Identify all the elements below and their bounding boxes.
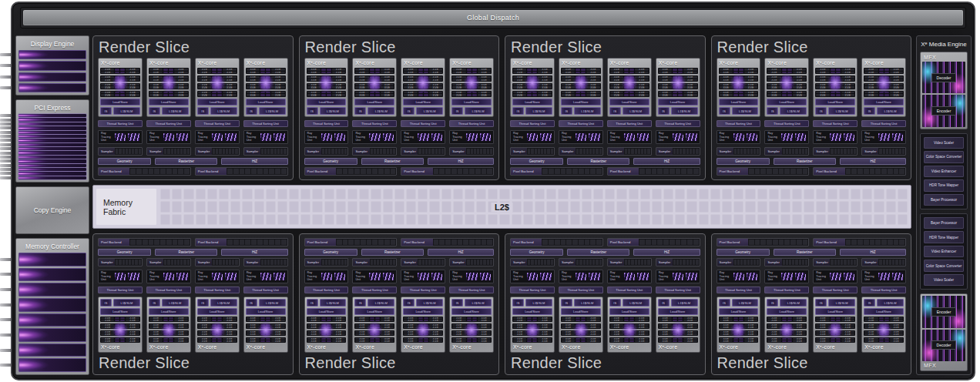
- xve-pair: XVEXVEXVEXVE: [197, 330, 237, 336]
- alu-cell: [576, 333, 580, 335]
- sampler-label: Sampler: [717, 259, 733, 266]
- xve-cell: XVE: [404, 84, 417, 86]
- xve-cell: XVE: [683, 76, 696, 79]
- xve-row: XVEXVE: [198, 69, 237, 71]
- l2-cache-cell: [582, 214, 592, 225]
- alu-cell: [472, 324, 477, 326]
- xve-cell: XVE: [247, 338, 260, 340]
- rt-pattern: [321, 133, 332, 141]
- ray-tracing-unit: RayTracingUnit: [304, 270, 349, 283]
- io-stub: [0, 273, 12, 276]
- xve-row: XVEXVE: [513, 79, 552, 82]
- xve-cell: XVE: [513, 317, 526, 319]
- xve-cell: XVE: [744, 324, 757, 326]
- cache-cell: [180, 149, 183, 154]
- xve-pair: XVEXVEXVEXVE: [512, 323, 552, 329]
- alu-cell: [884, 333, 889, 335]
- xve-row: XVEXVE: [816, 317, 854, 319]
- alu-cell: [424, 324, 428, 326]
- xve-row: XVEXVE: [864, 340, 903, 342]
- xve-row: XVEXVE: [767, 320, 806, 321]
- cache-cell: [280, 260, 283, 265]
- xve-pair: XVEXVEXVEXVE: [609, 330, 649, 336]
- xve-pair: XVEXVEXVEXVE: [197, 75, 237, 82]
- sampler-row: SamplerSamplerSamplerSampler: [98, 258, 288, 266]
- pixel-backend-row: Pixel BackendPixel Backend: [510, 238, 700, 246]
- cache-cell: [187, 260, 190, 265]
- xve-cell: XVE: [247, 94, 260, 96]
- alu-cell: [370, 317, 374, 319]
- sampler-label: Sampler: [656, 148, 673, 155]
- cache-cell: [164, 260, 166, 265]
- ray-tracing-unit-label: RayTracingUnit: [101, 271, 112, 282]
- xve-cell: XVE: [381, 324, 394, 326]
- xe-core: ISL1$/SLMLoad/StoreXVEXVEXVEXVEXVEXVEXVE…: [401, 297, 445, 353]
- sampler-unit: Sampler: [510, 258, 555, 266]
- alu-cell: [739, 333, 743, 335]
- render-slice-title: Render Slice: [511, 354, 700, 372]
- cache-cell: [469, 240, 475, 245]
- cache-cell: [693, 260, 695, 265]
- cache-cell: [883, 149, 885, 154]
- cache-cell: [378, 240, 384, 245]
- xve-row: XVEXVE: [247, 84, 285, 86]
- alu-cell: [831, 92, 835, 94]
- xve-cell: XVE: [562, 317, 575, 319]
- xve-array: XVEXVEXVEXVEXVEXVEXVEXVEXVEXVEXVEXVEXVEX…: [403, 68, 443, 97]
- cache-cell: [749, 169, 754, 174]
- xve-row: XVEXVE: [355, 340, 394, 342]
- xve-cell: XVE: [586, 317, 599, 319]
- sampler-label: Sampler: [814, 148, 830, 155]
- alu-cell: [266, 317, 270, 319]
- sampler-unit: Sampler: [146, 147, 191, 156]
- alu-cell: [733, 333, 738, 335]
- xve-cell: XVE: [223, 331, 236, 333]
- xve-cell: XVE: [198, 340, 211, 342]
- xve-cell: XVE: [452, 331, 465, 333]
- pixel-backend-unit: Pixel Backend: [510, 167, 603, 176]
- load-store-bar: Load/Store: [512, 308, 552, 315]
- geometry-row: GeometryRasterizerHiZ: [98, 158, 288, 165]
- xve-cell: XVE: [816, 84, 829, 86]
- alu-cell: [467, 333, 472, 335]
- video-block: HDR Tone Mapper: [924, 231, 964, 243]
- cache-cell: [652, 169, 657, 174]
- l2-cache-cell: [160, 214, 170, 225]
- thread-sorting-unit: Thread Sorting Unit: [717, 120, 761, 127]
- cache-cell: [322, 149, 324, 154]
- io-stub: [0, 143, 12, 146]
- is-l1-row: ISL1$/SLM: [609, 107, 649, 115]
- l2-cache-cell: [512, 214, 522, 225]
- load-store-bar: Load/Store: [561, 308, 601, 315]
- thread-sorting-unit: Thread Sorting Unit: [352, 286, 397, 293]
- alu-cell: [581, 86, 586, 89]
- cache-cell: [477, 149, 479, 154]
- render-slice-title: Render Slice: [99, 354, 288, 372]
- alu-cell: [831, 84, 835, 86]
- alu-cell: [266, 331, 270, 333]
- xve-cell: XVE: [149, 79, 163, 82]
- l2-cache-cell: [733, 201, 743, 212]
- xve-cell: XVE: [841, 92, 854, 94]
- xve-row: XVEXVE: [198, 94, 237, 96]
- l1-slm-box: L1$/SLM: [732, 299, 759, 307]
- l2-cache-cell: [324, 189, 334, 199]
- alu-cell: [836, 327, 841, 328]
- xve-cell: XVE: [841, 86, 854, 89]
- sampler-label: Sampler: [765, 148, 781, 155]
- cache-cell: [888, 240, 893, 245]
- is-l1-row: ISL1$/SLM: [864, 299, 904, 307]
- cache-cell: [136, 240, 142, 245]
- l2-cache-cell: [616, 189, 626, 199]
- alu-cell: [217, 338, 222, 340]
- sampler-unit: Sampler: [243, 258, 288, 266]
- xe-core-label: Xᵉ-core: [815, 60, 855, 66]
- xve-row: XVEXVE: [562, 84, 600, 86]
- load-store-bar: Load/Store: [609, 308, 649, 315]
- xve-cell: XVE: [429, 338, 442, 340]
- alu-cell: [370, 338, 374, 340]
- xve-row: XVEXVE: [149, 320, 188, 321]
- alu-cell: [673, 331, 677, 333]
- xve-cell: XVE: [223, 94, 236, 96]
- xve-row: XVEXVE: [101, 86, 139, 89]
